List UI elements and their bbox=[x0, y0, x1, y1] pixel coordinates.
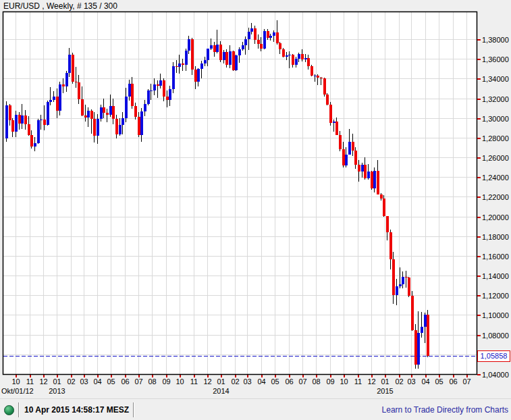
candle-body bbox=[229, 51, 232, 65]
candle-body bbox=[373, 171, 376, 188]
learn-to-trade-link[interactable]: Learn to Trade Directly from Charts bbox=[382, 405, 508, 415]
candle-body bbox=[298, 54, 300, 59]
current-price-label: 1,05858 bbox=[477, 350, 510, 362]
candle-body bbox=[37, 120, 40, 143]
candle-body bbox=[295, 59, 298, 65]
y-axis-price-label: 1,16000 bbox=[482, 253, 509, 261]
x-axis-month-label: 01 bbox=[53, 377, 61, 386]
candle-body bbox=[49, 100, 52, 102]
candle-body bbox=[169, 89, 171, 101]
candle-body bbox=[286, 55, 288, 56]
y-axis-price-label: 1,38000 bbox=[482, 36, 509, 44]
candle-body bbox=[166, 97, 169, 101]
candle-body bbox=[53, 97, 55, 100]
candle-body bbox=[377, 171, 379, 194]
price-axis[interactable]: 1,380001,360001,340001,320001,300001,280… bbox=[477, 36, 509, 379]
candle-body bbox=[292, 55, 294, 65]
candle-body bbox=[65, 73, 68, 87]
candle-body bbox=[333, 122, 335, 123]
x-axis-month-label: 06 bbox=[449, 377, 457, 386]
x-axis-month-label: 12 bbox=[39, 377, 47, 386]
candle-body bbox=[380, 194, 383, 199]
x-axis-month-label: 06 bbox=[285, 377, 293, 386]
x-axis-month-label: 09 bbox=[162, 377, 170, 386]
candle-body bbox=[112, 106, 115, 118]
candle-body bbox=[244, 39, 247, 46]
candle-body bbox=[188, 39, 190, 51]
candle-body bbox=[242, 45, 244, 49]
candle-body bbox=[150, 90, 153, 91]
x-axis-month-label: 11 bbox=[354, 377, 362, 386]
candle-body bbox=[72, 55, 74, 82]
x-axis-month-label: 07 bbox=[462, 377, 470, 386]
candle-body bbox=[411, 296, 414, 330]
x-axis-month-label: 01 bbox=[217, 377, 225, 386]
candle-body bbox=[62, 84, 65, 86]
candle-body bbox=[304, 58, 307, 59]
candle-body bbox=[191, 39, 194, 70]
candle-body bbox=[421, 327, 423, 333]
candle-body bbox=[335, 122, 338, 135]
candle-body bbox=[427, 315, 429, 355]
candle-body bbox=[182, 63, 184, 65]
candle-body bbox=[269, 36, 272, 37]
candle-body bbox=[115, 119, 118, 134]
y-axis-price-label: 1,34000 bbox=[482, 75, 509, 83]
candle-body bbox=[204, 60, 207, 63]
y-axis-price-label: 1,08000 bbox=[482, 332, 509, 340]
candle-body bbox=[352, 142, 354, 151]
candle-body bbox=[172, 66, 175, 89]
candle-body bbox=[109, 106, 112, 115]
x-axis-month-label: 07 bbox=[298, 377, 306, 386]
y-axis-price-label: 1,14000 bbox=[482, 272, 509, 280]
y-axis-price-label: 1,10000 bbox=[482, 311, 509, 319]
candle-body bbox=[59, 84, 61, 111]
candle-body bbox=[405, 277, 408, 278]
connection-status-icon bbox=[4, 405, 14, 415]
candle-body bbox=[185, 51, 188, 65]
y-axis-price-label: 1,20000 bbox=[482, 213, 509, 221]
candle-body bbox=[75, 82, 78, 82]
candle-body bbox=[417, 333, 420, 365]
x-axis-month-label: 02 bbox=[231, 377, 239, 386]
x-axis-year-label: 2014 bbox=[213, 387, 229, 395]
candle-body bbox=[276, 32, 279, 43]
candle-body bbox=[323, 78, 326, 94]
candle-body bbox=[207, 49, 209, 60]
candle-body bbox=[219, 45, 222, 60]
x-axis-month-label: 08 bbox=[148, 377, 156, 386]
candle-body bbox=[358, 165, 360, 172]
x-axis-month-label: 10 bbox=[11, 377, 20, 386]
candle-body bbox=[24, 115, 27, 124]
x-axis-month-label: 02 bbox=[67, 377, 75, 386]
candle-body bbox=[232, 51, 235, 70]
candle-body bbox=[147, 90, 150, 104]
candle-body bbox=[134, 106, 137, 117]
x-axis-month-label: 12 bbox=[203, 377, 211, 386]
candle-body bbox=[348, 142, 351, 155]
y-axis-price-label: 1,22000 bbox=[482, 193, 509, 201]
y-axis-price-label: 1,26000 bbox=[482, 154, 509, 162]
price-chart[interactable]: 1011120120130203040506070809101112012014… bbox=[0, 0, 511, 398]
y-axis-price-label: 1,18000 bbox=[482, 233, 509, 241]
separator bbox=[18, 402, 20, 417]
y-axis-price-label: 1,04000 bbox=[482, 371, 509, 379]
x-axis-month-label: 03 bbox=[243, 377, 251, 386]
candle-body bbox=[103, 107, 105, 113]
candle-body bbox=[210, 45, 213, 49]
candle-body bbox=[213, 45, 216, 52]
candle-body bbox=[81, 99, 84, 116]
x-axis-month-label: 12 bbox=[367, 377, 375, 386]
candle-body bbox=[311, 66, 313, 76]
candle-body bbox=[267, 31, 269, 38]
candle-body bbox=[248, 32, 250, 39]
x-axis-month-label: 05 bbox=[107, 377, 115, 386]
candle-body bbox=[176, 66, 178, 67]
candle-body bbox=[238, 49, 241, 55]
candle-body bbox=[128, 84, 131, 97]
candle-body bbox=[257, 40, 260, 44]
candle-body bbox=[9, 105, 11, 120]
candle-body bbox=[153, 84, 156, 90]
candle-body bbox=[97, 119, 99, 136]
x-axis-month-label: 01 bbox=[381, 377, 389, 386]
